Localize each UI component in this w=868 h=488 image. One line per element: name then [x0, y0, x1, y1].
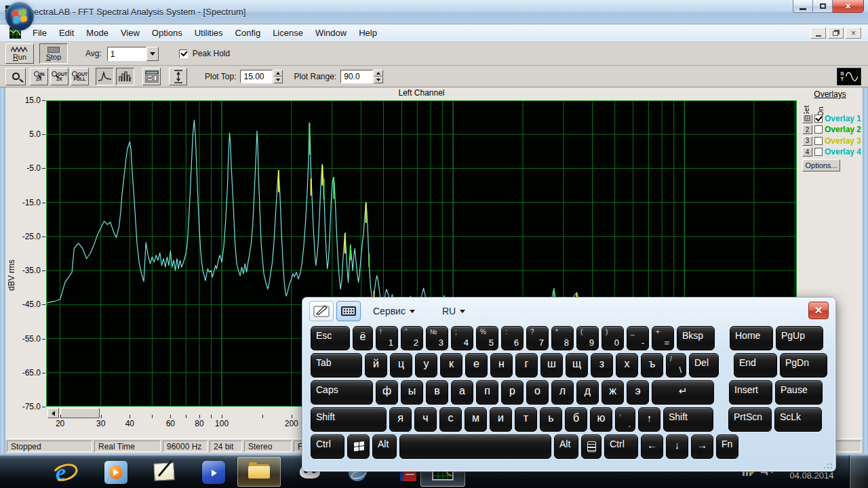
key-щ[interactable]: щ [566, 353, 588, 378]
mdi-restore-button[interactable] [828, 27, 844, 39]
scale-range-button[interactable] [169, 68, 187, 85]
key-alt[interactable]: Alt [372, 434, 397, 459]
taskbar-clock-date[interactable]: 04.08.2014 [785, 470, 838, 481]
key-т[interactable]: т [515, 407, 537, 432]
start-button[interactable] [5, 2, 34, 30]
key-р[interactable]: р [501, 380, 524, 405]
key--[interactable]: /\ [666, 353, 686, 378]
key-down[interactable]: ↓ [666, 434, 688, 459]
taskbar-internet-explorer-button[interactable]: e [53, 460, 80, 485]
key-з[interactable]: з [591, 353, 613, 378]
key-left[interactable]: ← [641, 434, 663, 459]
hscroll-left-button[interactable] [47, 408, 59, 418]
key-ctrl[interactable]: Ctrl [604, 434, 638, 459]
key-insert[interactable]: Insert [729, 380, 772, 405]
zoom-button[interactable] [5, 68, 26, 85]
key-pgdn[interactable]: PgDn [780, 353, 827, 378]
overlays-options-button[interactable]: Options... [802, 159, 840, 171]
spectrum-view-button[interactable] [96, 68, 114, 85]
display-settings-button[interactable] [142, 68, 161, 85]
key-ь[interactable]: ь [540, 407, 562, 432]
key-э[interactable]: э [627, 380, 649, 405]
key-о[interactable]: о [526, 380, 549, 405]
key-е[interactable]: е [465, 353, 488, 378]
key-tab[interactable]: Tab [311, 353, 362, 378]
key-л[interactable]: л [551, 380, 574, 405]
key--[interactable]: += [652, 326, 674, 350]
key--[interactable]: _- [627, 326, 649, 350]
overlay-2-checkbox[interactable] [814, 125, 823, 134]
menu-item-utilities[interactable]: Utilities [189, 26, 229, 40]
keyboard-mode-button[interactable] [336, 301, 361, 321]
mdi-minimize-button[interactable] [810, 27, 826, 39]
key-prtscn[interactable]: PrtScn [728, 407, 772, 432]
key-к[interactable]: к [440, 353, 462, 378]
overlay-4-checkbox[interactable] [814, 148, 823, 156]
key-ctrl[interactable]: Ctrl [311, 434, 344, 459]
taskbar-media-player-button[interactable] [103, 460, 130, 485]
key-н[interactable]: н [490, 353, 513, 378]
key-9[interactable]: (9 [576, 326, 599, 350]
key-space[interactable] [399, 434, 551, 459]
menu-item-window[interactable]: Window [309, 26, 353, 40]
key-й[interactable]: й [365, 353, 387, 378]
key-в[interactable]: в [426, 380, 448, 405]
key-enter[interactable]: ↵ [652, 380, 714, 405]
key-ч[interactable]: ч [414, 407, 437, 432]
key-0[interactable]: )0 [601, 326, 624, 350]
key-2[interactable]: "2 [401, 326, 423, 350]
key-fn[interactable]: Fn [716, 434, 738, 459]
mdi-close-button[interactable]: × [846, 27, 861, 39]
overlay-1-checkbox[interactable] [814, 115, 823, 123]
key-menu[interactable] [581, 434, 601, 459]
key-pause[interactable]: Pause [775, 380, 823, 405]
key-end[interactable]: End [734, 353, 777, 378]
key-windows[interactable] [347, 434, 370, 459]
key-у[interactable]: у [415, 353, 437, 378]
zoom-out-2x-button[interactable]: OUT 2X [50, 68, 68, 85]
key-п[interactable]: п [476, 380, 498, 405]
menu-item-edit[interactable]: Edit [53, 26, 80, 40]
set-overlay-1-button[interactable] [802, 114, 812, 123]
key-а[interactable]: а [451, 380, 473, 405]
menu-item-config[interactable]: Config [229, 26, 267, 40]
plot-top-input[interactable]: 15.00 [240, 70, 273, 83]
zoom-in-2x-button[interactable]: IN 2X [30, 68, 48, 85]
key-ш[interactable]: ш [540, 353, 563, 378]
key-с[interactable]: с [439, 407, 462, 432]
taskbar-explorer-button[interactable] [237, 457, 281, 487]
maximize-button[interactable] [813, 0, 833, 13]
key-bksp[interactable]: Bksp [677, 326, 715, 350]
osk-service-menu[interactable]: Сервис [373, 306, 415, 317]
menu-item-view[interactable]: View [115, 26, 146, 40]
key-1[interactable]: !1 [376, 326, 398, 350]
avg-combobox[interactable]: 1 [107, 47, 159, 61]
plot-top-spinner[interactable] [273, 70, 283, 83]
osk-close-button[interactable]: ✕ [808, 302, 829, 319]
menu-item-license[interactable]: License [267, 26, 309, 40]
key-ю[interactable]: ю [590, 407, 612, 432]
taskbar-potplayer-button[interactable] [201, 460, 228, 485]
key-caps[interactable]: Caps [311, 380, 373, 405]
menu-item-file[interactable]: File [26, 26, 53, 40]
key-ы[interactable]: ы [401, 380, 423, 405]
menu-item-options[interactable]: Options [146, 26, 189, 40]
menu-item-mode[interactable]: Mode [80, 26, 115, 40]
key-ъ[interactable]: ъ [641, 353, 663, 378]
set-overlay-4-button[interactable]: 4 [802, 147, 812, 157]
key-pgup[interactable]: PgUp [776, 326, 823, 350]
stop-button[interactable]: Stop [39, 43, 68, 64]
show-desktop-button[interactable] [849, 455, 868, 488]
key-г[interactable]: г [515, 353, 538, 378]
key-home[interactable]: Home [730, 326, 773, 350]
key-3[interactable]: №3 [426, 326, 448, 350]
key-up[interactable]: ↑ [638, 407, 660, 432]
key-4[interactable]: ;4 [451, 326, 473, 350]
menu-item-help[interactable]: Help [353, 26, 383, 40]
plot-range-spinner[interactable] [374, 70, 383, 83]
key-7[interactable]: ?7 [526, 326, 549, 350]
minimize-button[interactable] [793, 0, 813, 13]
key-д[interactable]: д [576, 380, 599, 405]
key-alt[interactable]: Alt [554, 434, 578, 459]
taskbar-journal-button[interactable] [152, 460, 179, 485]
